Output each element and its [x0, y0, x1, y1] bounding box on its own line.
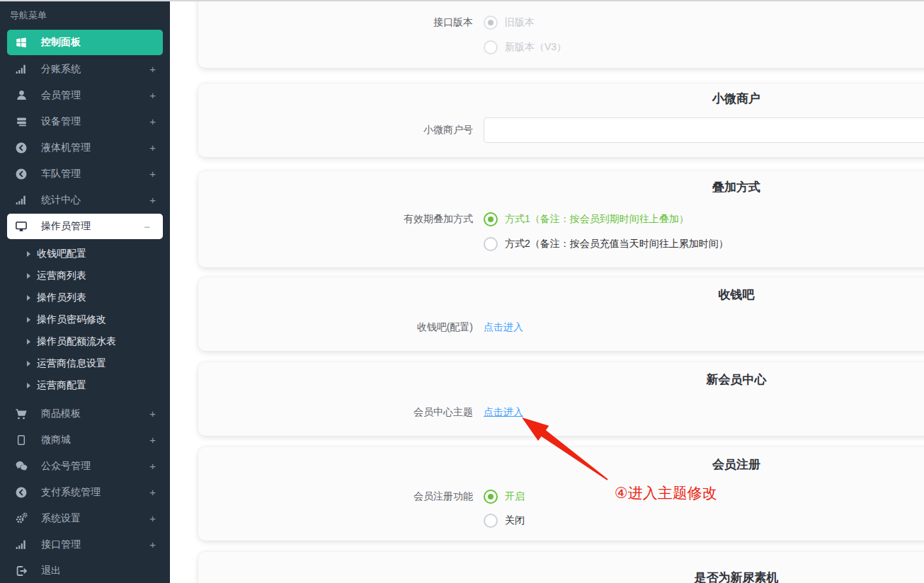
logout-icon — [14, 564, 28, 578]
chart-bars-icon — [14, 62, 28, 76]
sidebar-item-label: 支付系统管理 — [41, 486, 149, 499]
sidebar-item-interface-mgmt[interactable]: 接口管理 + — [0, 531, 170, 558]
radio-new-version-v3[interactable] — [484, 40, 498, 54]
caret-right-icon — [27, 273, 30, 279]
radio-label: 新版本（V3） — [505, 41, 566, 54]
micro-merchant-id-input[interactable] — [484, 117, 924, 143]
field-label: 接口版本 — [198, 16, 473, 29]
sidebar-item-member-mgmt[interactable]: 会员管理 + — [0, 82, 170, 108]
sidebar-item-fleet-mgmt[interactable]: 车队管理 + — [0, 161, 170, 187]
shouqianba-enter-link[interactable]: 点击进入 — [484, 321, 523, 334]
submenu-item-label: 操作员配额流水表 — [37, 335, 116, 348]
admin-page: 导航菜单 控制面板 分账系统 + 会员管理 + 设备管理 — [0, 0, 924, 583]
field-label: 小微商户号 — [198, 124, 473, 137]
card-stacking-mode: 叠加方式 有效期叠加方式 方式1（备注：按会员到期时间往上叠加） 方式2（备注：… — [198, 171, 924, 267]
card-title: 叠加方式 — [198, 178, 924, 197]
list-icon — [14, 115, 28, 129]
sidebar-item-micro-mall[interactable]: 微商城 + — [0, 427, 170, 453]
expand-plus-icon[interactable]: + — [149, 486, 161, 498]
expand-plus-icon[interactable]: + — [149, 538, 161, 550]
radio-label: 关闭 — [505, 514, 525, 527]
field-label: 会员注册功能 — [198, 490, 473, 503]
caret-right-icon — [27, 317, 30, 323]
expand-plus-icon[interactable]: + — [149, 194, 161, 206]
sidebar-item-liquid-machine-mgmt[interactable]: 液体机管理 + — [0, 134, 170, 161]
sidebar-item-logout[interactable]: 退出 — [0, 558, 170, 583]
radio-label: 开启 — [505, 490, 525, 503]
sidebar-item-label: 液体机管理 — [41, 142, 149, 154]
card-member-register: 会员注册 会员注册功能 开启 关闭 — [198, 447, 924, 541]
operator-mgmt-submenu: 收钱吧配置 运营商列表 操作员列表 操作员密码修改 操作员配额流水表 运营商信息… — [0, 240, 170, 400]
sidebar-item-label: 退出 — [41, 565, 161, 577]
wechat-icon — [14, 459, 28, 473]
windows-icon — [14, 35, 28, 50]
sidebar-item-official-account-mgmt[interactable]: 公众号管理 + — [0, 453, 170, 479]
caret-right-icon — [27, 361, 30, 366]
field-label: 有效期叠加方式 — [198, 213, 473, 226]
card-interface-version: 接口版本 旧版本 新版本（V3） — [198, 0, 924, 68]
top-divider — [0, 0, 924, 1]
card-urea-machine: 是否为新尿素机 — [198, 552, 924, 583]
submenu-item-label: 收钱吧配置 — [37, 248, 86, 260]
member-center-theme-enter-link[interactable]: 点击进入 — [484, 406, 523, 419]
sidebar-item-system-settings[interactable]: 系统设置 + — [0, 505, 170, 531]
expand-plus-icon[interactable]: + — [149, 168, 161, 180]
submenu-item-carrier-config[interactable]: 运营商配置 — [0, 374, 170, 396]
submenu-item-operator-list[interactable]: 操作员列表 — [0, 287, 170, 308]
submenu-item-label: 操作员密码修改 — [37, 313, 106, 326]
card-title: 是否为新尿素机 — [198, 569, 924, 583]
sidebar-item-split-account[interactable]: 分账系统 + — [0, 56, 170, 82]
expand-plus-icon[interactable]: + — [149, 115, 161, 127]
sidebar-header: 导航菜单 — [0, 0, 170, 28]
monitor-icon — [14, 219, 28, 233]
sidebar-item-label: 操作员管理 — [41, 220, 144, 233]
submenu-item-shouqianba-config[interactable]: 收钱吧配置 — [0, 243, 170, 265]
chart-bars-icon — [14, 538, 28, 552]
submenu-item-operator-list2[interactable]: 运营商列表 — [0, 265, 170, 287]
field-label: 收钱吧(配置) — [198, 321, 473, 334]
card-shouqianba: 收钱吧 收钱吧(配置) 点击进入 — [198, 277, 924, 351]
card-new-member-center: 新会员中心 会员中心主题 点击进入 — [198, 362, 924, 436]
cart-icon — [14, 407, 28, 421]
submenu-item-label: 运营商信息设置 — [37, 357, 106, 370]
sidebar-item-label: 设备管理 — [41, 115, 149, 128]
sidebar-item-label: 微商城 — [41, 434, 149, 446]
submenu-item-label: 操作员列表 — [37, 292, 86, 304]
radio-label: 方式1（备注：按会员到期时间往上叠加） — [505, 213, 689, 226]
radio-mode-1[interactable] — [484, 212, 498, 226]
expand-plus-icon[interactable]: + — [149, 460, 161, 472]
sidebar-item-operator-mgmt[interactable]: 操作员管理 − — [7, 214, 163, 239]
sidebar-item-label: 接口管理 — [41, 538, 149, 551]
expand-plus-icon[interactable]: + — [149, 142, 161, 154]
radio-mode-2[interactable] — [484, 237, 498, 251]
chart-bars-icon — [14, 193, 28, 207]
sidebar-item-control-panel[interactable]: 控制面板 — [7, 30, 163, 55]
circle-chevron-left-icon — [14, 141, 28, 155]
expand-plus-icon[interactable]: + — [149, 408, 161, 420]
expand-plus-icon[interactable]: + — [149, 434, 161, 446]
submenu-item-carrier-info[interactable]: 运营商信息设置 — [0, 352, 170, 374]
expand-plus-icon[interactable]: + — [149, 512, 161, 524]
main-content: 接口版本 旧版本 新版本（V3） 小微商户 小微商户号 — [170, 0, 924, 583]
submenu-item-operator-password[interactable]: 操作员密码修改 — [0, 308, 170, 330]
radio-register-off[interactable] — [484, 514, 498, 528]
sidebar-item-payment-system-mgmt[interactable]: 支付系统管理 + — [0, 479, 170, 505]
radio-register-on[interactable] — [484, 490, 498, 504]
caret-right-icon — [27, 295, 30, 301]
submenu-item-quota-flow[interactable]: 操作员配额流水表 — [0, 330, 170, 352]
sidebar-item-label: 会员管理 — [41, 89, 149, 102]
collapse-minus-icon[interactable]: − — [144, 221, 156, 233]
sidebar-item-stats-center[interactable]: 统计中心 + — [0, 187, 170, 213]
user-icon — [14, 88, 28, 103]
caret-right-icon — [27, 339, 30, 345]
radio-old-version[interactable] — [484, 16, 498, 30]
expand-plus-icon[interactable]: + — [149, 63, 161, 75]
submenu-item-label: 运营商配置 — [37, 379, 86, 392]
sidebar-item-product-template[interactable]: 商品模板 + — [0, 400, 170, 427]
sidebar-item-device-mgmt[interactable]: 设备管理 + — [0, 108, 170, 134]
submenu-item-label: 运营商列表 — [37, 270, 86, 282]
card-title: 新会员中心 — [198, 371, 924, 389]
field-label: 会员中心主题 — [198, 406, 473, 419]
expand-plus-icon[interactable]: + — [149, 89, 161, 101]
radio-label: 旧版本 — [505, 16, 535, 29]
